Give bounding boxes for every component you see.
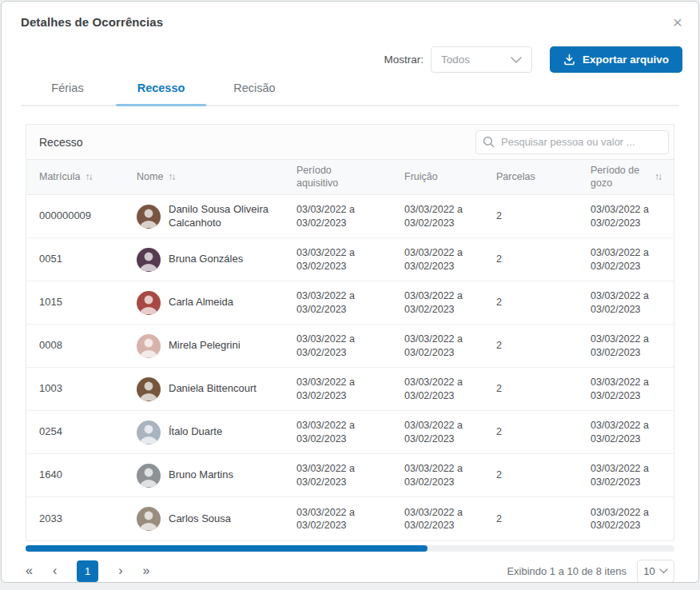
close-icon[interactable]: × xyxy=(670,15,686,30)
cell-fruicao: 03/03/2022 a 03/02/2023 xyxy=(403,419,495,445)
cell-periodo-aquisitivo: 03/03/2022 a 03/02/2023 xyxy=(295,289,403,316)
cell-periodo-aquisitivo: 03/03/2022 a 03/02/2023 xyxy=(295,203,403,229)
column-header[interactable]: Período aquisitivo ↑↓ xyxy=(295,165,403,189)
cell-periodo-gozo: 03/03/2022 a 03/02/2023 xyxy=(589,506,678,532)
cell-fruicao: 03/03/2022 a 03/02/2023 xyxy=(403,506,495,532)
column-header-label: Período aquisitivo xyxy=(296,165,356,189)
sort-icon[interactable]: ↑↓ xyxy=(85,171,91,183)
column-header-label: Parcelas xyxy=(496,171,535,184)
table-row[interactable]: 1015 Carla Almeida 03/03/2022 a 03/02/20… xyxy=(26,281,674,325)
occurrences-modal: Detalhes de Ocorrências × Mostrar: Todos… xyxy=(1,1,699,583)
items-summary: Exibindo 1 a 10 de 8 itens xyxy=(507,565,626,577)
cell-parcelas: 2 xyxy=(495,296,589,309)
page-title: Detalhes de Ocorrências xyxy=(21,15,163,29)
employee-name: Daniela Bittencourt xyxy=(169,382,257,396)
tab-label: Férias xyxy=(51,82,83,94)
cell-fruicao: 03/03/2022 a 03/02/2023 xyxy=(403,462,495,488)
cell-nome: Daniela Bittencourt xyxy=(135,377,295,401)
scrollbar-thumb[interactable] xyxy=(26,545,428,552)
cell-periodo-gozo: 03/03/2022 a 03/02/2023 xyxy=(589,289,678,316)
cell-periodo-gozo: 03/03/2022 a 03/02/2023 xyxy=(589,246,678,273)
cell-nome: Ítalo Duarte xyxy=(135,421,295,444)
cell-parcelas: 2 xyxy=(495,512,589,525)
avatar xyxy=(137,377,161,401)
cell-periodo-gozo: 03/03/2022 a 03/02/2023 xyxy=(589,376,678,402)
sort-icon[interactable]: ↑↓ xyxy=(168,171,174,183)
show-dropdown-value: Todos xyxy=(441,54,470,66)
export-file-button[interactable]: Exportar arquivo xyxy=(550,46,682,73)
cell-fruicao: 03/03/2022 a 03/02/2023 xyxy=(403,333,495,359)
cell-matricula: 0051 xyxy=(26,253,135,266)
cell-matricula: 0008 xyxy=(26,339,135,353)
table-row[interactable]: 000000009 Danilo Sousa Oliveira Calcanho… xyxy=(26,195,674,238)
column-header[interactable]: Fruição ↑↓ xyxy=(403,171,495,184)
table-row[interactable]: 0008 Mirela Pelegrini 03/03/2022 a 03/02… xyxy=(26,325,674,368)
cell-fruicao: 03/03/2022 a 03/02/2023 xyxy=(403,203,495,229)
next-page-icon[interactable]: › xyxy=(118,564,122,577)
download-icon xyxy=(563,54,575,66)
employee-name: Bruno Martins xyxy=(169,468,233,482)
export-file-label: Exportar arquivo xyxy=(583,54,669,66)
cell-fruicao: 03/03/2022 a 03/02/2023 xyxy=(403,376,495,402)
cell-matricula: 2033 xyxy=(26,512,135,526)
table-row[interactable]: 0254 Ítalo Duarte 03/03/2022 a 03/02/202… xyxy=(26,411,674,454)
column-header[interactable]: Matrícula ↑↓ xyxy=(26,171,135,184)
cell-matricula: 1003 xyxy=(26,382,135,396)
current-page-button[interactable]: 1 xyxy=(77,560,98,582)
cell-periodo-aquisitivo: 03/03/2022 a 03/02/2023 xyxy=(295,376,403,402)
prev-page-icon[interactable]: ‹ xyxy=(53,564,57,577)
table-row[interactable]: 1003 Daniela Bittencourt 03/03/2022 a 03… xyxy=(26,368,674,411)
cell-matricula: 000000009 xyxy=(26,209,135,223)
avatar xyxy=(137,205,161,229)
cell-parcelas: 2 xyxy=(495,382,589,395)
cell-nome: Bruna Gonzáles xyxy=(135,248,295,272)
cell-fruicao: 03/03/2022 a 03/02/2023 xyxy=(403,289,495,316)
page-size-value: 10 xyxy=(643,565,654,577)
sort-icon[interactable]: ↑↓ xyxy=(654,171,661,183)
tab-bar: Férias Recesso Recisão xyxy=(21,82,679,106)
tab[interactable]: Recisão xyxy=(208,82,301,105)
cell-parcelas: 2 xyxy=(495,425,589,438)
tab-label: Recisão xyxy=(233,82,275,94)
cell-nome: Mirela Pelegrini xyxy=(135,334,295,358)
cell-matricula: 0254 xyxy=(26,425,135,439)
table-row[interactable]: 0051 Bruna Gonzáles 03/03/2022 a 03/02/2… xyxy=(26,238,674,281)
first-page-icon[interactable]: « xyxy=(26,564,33,577)
cell-periodo-aquisitivo: 03/03/2022 a 03/02/2023 xyxy=(295,419,403,445)
column-header[interactable]: Nome ↑↓ xyxy=(135,171,295,184)
search-input[interactable] xyxy=(475,130,669,154)
table-header-row: Matrícula ↑↓ Nome ↑↓ Período aquisitivo … xyxy=(26,160,674,195)
chevron-down-icon xyxy=(511,57,522,63)
page-size-dropdown[interactable]: 10 xyxy=(637,560,674,583)
avatar xyxy=(137,291,161,315)
tab-label: Recesso xyxy=(137,82,185,94)
avatar xyxy=(137,334,161,358)
employee-name: Mirela Pelegrini xyxy=(169,339,241,353)
modal-header: Detalhes de Ocorrências × xyxy=(2,2,698,30)
column-header[interactable]: Período de gozo ↑↓ xyxy=(589,165,678,189)
search-box xyxy=(475,130,669,154)
table-row[interactable]: 1640 Bruno Martins 03/03/2022 a 03/02/20… xyxy=(26,454,674,497)
table-title: Recesso xyxy=(39,136,82,149)
employee-name: Ítalo Duarte xyxy=(169,425,222,439)
cell-parcelas: 2 xyxy=(495,253,589,265)
cell-periodo-aquisitivo: 03/03/2022 a 03/02/2023 xyxy=(295,333,403,359)
show-dropdown[interactable]: Todos xyxy=(431,46,532,73)
column-header[interactable]: Parcelas ↑↓ xyxy=(495,171,589,184)
cell-periodo-gozo: 03/03/2022 a 03/02/2023 xyxy=(589,462,678,488)
tab[interactable]: Recesso xyxy=(114,82,208,105)
chevron-down-icon xyxy=(659,568,668,574)
employee-name: Carla Almeida xyxy=(169,296,233,309)
cell-nome: Carla Almeida xyxy=(135,291,295,315)
horizontal-scrollbar[interactable] xyxy=(26,545,674,552)
cell-periodo-aquisitivo: 03/03/2022 a 03/02/2023 xyxy=(295,506,403,532)
table-row[interactable]: 2033 Carlos Sousa 03/03/2022 a 03/02/202… xyxy=(26,497,674,540)
cell-matricula: 1640 xyxy=(26,468,135,482)
tab[interactable]: Férias xyxy=(21,82,114,105)
cell-periodo-gozo: 03/03/2022 a 03/02/2023 xyxy=(589,333,678,359)
search-icon xyxy=(483,136,495,148)
pagination-bar: « ‹ 1 › » Exibindo 1 a 10 de 8 itens 10 xyxy=(26,559,674,583)
cell-nome: Bruno Martins xyxy=(135,464,295,488)
last-page-icon[interactable]: » xyxy=(143,564,150,577)
cell-nome: Carlos Sousa xyxy=(135,507,295,531)
